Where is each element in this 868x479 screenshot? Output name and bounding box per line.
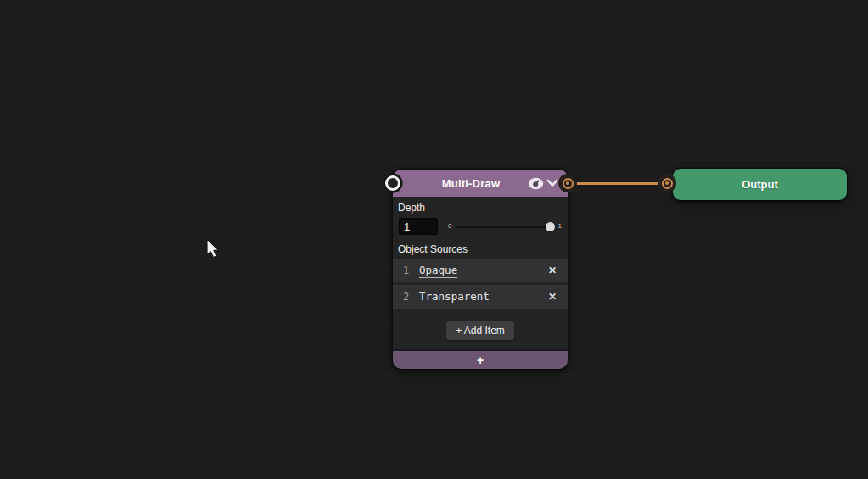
- depth-slider-handle[interactable]: [546, 222, 555, 231]
- remove-item-icon[interactable]: ✕: [548, 292, 557, 302]
- depth-controls: 0 1: [399, 217, 562, 236]
- node-title: Output: [742, 178, 778, 191]
- node-title: Multi-Draw: [415, 177, 527, 190]
- slider-min-label: 0: [448, 223, 451, 230]
- item-index: 1: [393, 265, 413, 276]
- add-item-area: + Add Item: [393, 311, 568, 349]
- node-footer-add-button[interactable]: +: [393, 349, 568, 369]
- slider-max-label: 1: [558, 223, 562, 230]
- mouse-cursor-icon: [206, 238, 223, 264]
- add-item-button[interactable]: + Add Item: [446, 321, 514, 340]
- multi-draw-input-port[interactable]: [385, 175, 400, 191]
- item-label-link[interactable]: Opaque: [419, 264, 457, 278]
- port-ring: [563, 178, 574, 189]
- port-dot: [665, 181, 669, 186]
- multi-draw-node-header[interactable]: Multi-Draw: [393, 170, 568, 197]
- port-ring: [662, 178, 673, 189]
- connection-wire[interactable]: [567, 182, 668, 185]
- multi-draw-node[interactable]: Multi-Draw Depth 0: [393, 170, 568, 369]
- output-input-port[interactable]: [658, 174, 676, 192]
- eye-icon[interactable]: [527, 176, 544, 190]
- node-graph-canvas[interactable]: Multi-Draw Depth 0: [0, 0, 868, 479]
- plus-icon: +: [477, 354, 484, 366]
- list-item[interactable]: 2 Transparent ✕: [393, 285, 568, 309]
- item-index: 2: [393, 291, 413, 303]
- depth-slider: 0 1: [448, 223, 562, 230]
- depth-slider-track[interactable]: [456, 226, 553, 228]
- item-label-link[interactable]: Transparent: [419, 290, 490, 304]
- list-item[interactable]: 1 Opaque ✕: [393, 259, 568, 282]
- remove-item-icon[interactable]: ✕: [548, 265, 557, 276]
- depth-label: Depth: [398, 202, 563, 214]
- port-dot: [566, 181, 570, 186]
- multi-draw-output-port[interactable]: [558, 174, 577, 192]
- object-sources-label: Object Sources: [398, 243, 563, 255]
- multi-draw-node-body: Depth 0 1 Object Sources 1 Opaque ✕: [393, 202, 568, 349]
- depth-input[interactable]: [399, 218, 438, 235]
- object-sources-list: 1 Opaque ✕ 2 Transparent ✕: [393, 259, 568, 309]
- output-node[interactable]: Output: [673, 169, 847, 200]
